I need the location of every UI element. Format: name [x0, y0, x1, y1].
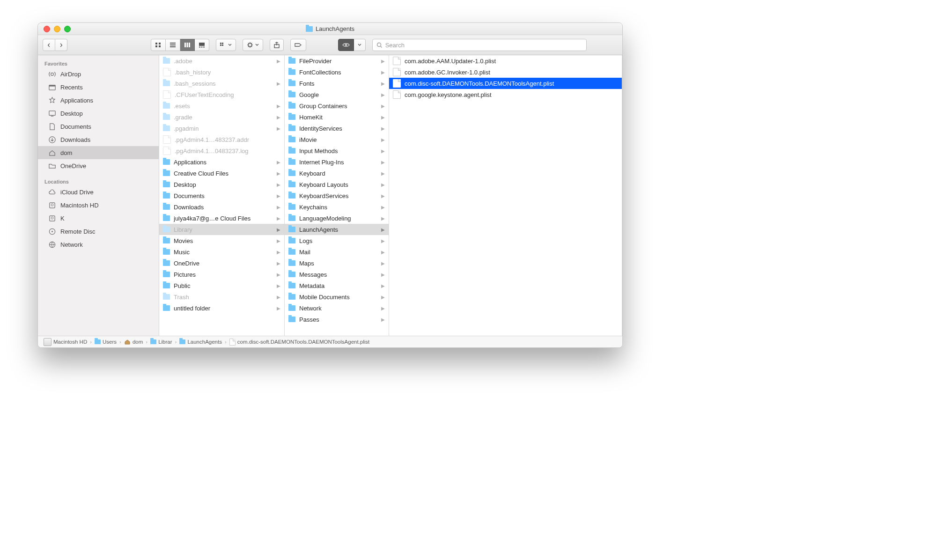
file-row[interactable]: Documents▶ [159, 190, 284, 201]
file-row[interactable]: untitled folder▶ [159, 302, 284, 314]
file-row[interactable]: .bash_sessions▶ [159, 78, 284, 89]
file-row[interactable]: Internet Plug-Ins▶ [285, 156, 389, 168]
path-segment[interactable]: com.disc-soft.DAEMONTools.DAEMONToolsAge… [229, 339, 369, 346]
sidebar-item[interactable]: Macintosh HD [38, 199, 159, 212]
file-row[interactable]: Keyboard Layouts▶ [285, 179, 389, 190]
file-label: LanguageModeling [299, 215, 377, 222]
file-row[interactable]: julya4ka7@g…e Cloud Files▶ [159, 213, 284, 224]
file-row[interactable]: .bash_history [159, 66, 284, 78]
hdd-icon [48, 214, 56, 222]
preview-menu-button[interactable] [354, 39, 366, 51]
view-columns-button[interactable] [180, 39, 195, 51]
sidebar-item[interactable]: OneDrive [38, 159, 159, 172]
file-row[interactable]: .pgAdmin4.1…483237.addr [159, 134, 284, 145]
file-row[interactable]: Group Containers▶ [285, 100, 389, 111]
file-row[interactable]: Public▶ [159, 280, 284, 291]
arrange-button[interactable] [216, 39, 236, 51]
tags-button[interactable] [290, 39, 306, 51]
file-row[interactable]: OneDrive▶ [159, 258, 284, 269]
sidebar-item[interactable]: iCloud Drive [38, 185, 159, 199]
file-row[interactable]: Network▶ [285, 302, 389, 314]
path-segment[interactable]: Macintosh HD [44, 338, 87, 346]
sidebar-item[interactable]: K [38, 212, 159, 225]
file-row[interactable]: Metadata▶ [285, 280, 389, 291]
file-row[interactable]: Library▶ [159, 224, 284, 235]
sidebar-item[interactable]: Applications [38, 94, 159, 107]
file-row[interactable]: Mail▶ [285, 246, 389, 258]
file-row[interactable]: Fonts▶ [285, 78, 389, 89]
back-button[interactable] [43, 39, 55, 51]
file-row[interactable]: .esets▶ [159, 100, 284, 111]
view-gallery-button[interactable] [195, 39, 209, 51]
file-row[interactable]: Logs▶ [285, 235, 389, 246]
file-row[interactable]: FontCollections▶ [285, 66, 389, 78]
sidebar-item[interactable]: dom [38, 146, 159, 159]
file-row[interactable]: com.disc-soft.DAEMONTools.DAEMONToolsAge… [389, 78, 622, 89]
close-icon[interactable] [44, 26, 50, 32]
share-button[interactable] [270, 39, 284, 51]
file-row[interactable]: LaunchAgents▶ [285, 224, 389, 235]
file-row[interactable]: com.google.keystone.agent.plist [389, 89, 622, 100]
view-list-button[interactable] [166, 39, 180, 51]
file-row[interactable]: HomeKit▶ [285, 111, 389, 123]
file-row[interactable]: Downloads▶ [159, 201, 284, 213]
svg-point-18 [249, 44, 252, 47]
action-button[interactable] [243, 39, 263, 51]
file-row[interactable]: Maps▶ [285, 258, 389, 269]
path-label: com.disc-soft.DAEMONTools.DAEMONToolsAge… [237, 339, 369, 345]
sidebar-item[interactable]: AirDrop [38, 67, 159, 81]
sidebar-item[interactable]: Network [38, 238, 159, 251]
sidebar-item[interactable]: Desktop [38, 107, 159, 120]
folder-icon [163, 249, 170, 255]
path-segment[interactable]: Librar [150, 339, 172, 345]
file-row[interactable]: IdentityServices▶ [285, 123, 389, 134]
minimize-icon[interactable] [54, 26, 60, 32]
file-row[interactable]: Desktop▶ [159, 179, 284, 190]
file-row[interactable]: Passes▶ [285, 314, 389, 325]
file-row[interactable]: .pgadmin▶ [159, 123, 284, 134]
file-row[interactable]: com.adobe.AAM.Updater-1.0.plist [389, 55, 622, 66]
home-icon [48, 149, 56, 157]
file-row[interactable]: Trash▶ [159, 291, 284, 302]
sidebar-item-label: Remote Disc [60, 228, 95, 235]
path-segment[interactable]: LaunchAgents [179, 339, 222, 345]
file-row[interactable]: .pgAdmin4.1…0483237.log [159, 145, 284, 156]
file-row[interactable]: KeyboardServices▶ [285, 190, 389, 201]
file-row[interactable]: .adobe▶ [159, 55, 284, 66]
sidebar-item[interactable]: Recents [38, 81, 159, 94]
path-segment[interactable]: dom [124, 339, 143, 345]
file-row[interactable]: Pictures▶ [159, 269, 284, 280]
file-row[interactable]: Music▶ [159, 246, 284, 258]
sidebar: Favorites AirDropRecentsApplicationsDesk… [38, 55, 159, 336]
zoom-icon[interactable] [64, 26, 71, 32]
view-icons-button[interactable] [151, 39, 166, 51]
file-row[interactable]: FileProvider▶ [285, 55, 389, 66]
file-row[interactable]: Keychains▶ [285, 201, 389, 213]
file-row[interactable]: Google▶ [285, 89, 389, 100]
file-row[interactable]: Applications▶ [159, 156, 284, 168]
sidebar-item[interactable]: Downloads [38, 133, 159, 146]
sidebar-item[interactable]: Remote Disc [38, 225, 159, 238]
file-row[interactable]: .CFUserTextEncoding [159, 89, 284, 100]
file-row[interactable]: iMovie▶ [285, 134, 389, 145]
file-row[interactable]: Messages▶ [285, 269, 389, 280]
folder-icon [306, 26, 313, 32]
path-segment[interactable]: Users [95, 339, 117, 345]
file-label: .bash_history [175, 69, 281, 76]
file-row[interactable]: Keyboard▶ [285, 168, 389, 179]
titlebar: LaunchAgents [38, 23, 622, 35]
sidebar-heading-locations: Locations [38, 176, 159, 185]
sidebar-item[interactable]: Documents [38, 120, 159, 133]
file-row[interactable]: LanguageModeling▶ [285, 213, 389, 224]
file-row[interactable]: Input Methods▶ [285, 145, 389, 156]
preview-button[interactable] [338, 39, 354, 51]
window-title-text: LaunchAgents [316, 25, 354, 32]
forward-button[interactable] [55, 39, 67, 51]
file-row[interactable]: Mobile Documents▶ [285, 291, 389, 302]
search-input[interactable]: Search [372, 39, 587, 51]
file-row[interactable]: Movies▶ [159, 235, 284, 246]
file-row[interactable]: com.adobe.GC.Invoker-1.0.plist [389, 66, 622, 78]
file-row[interactable]: Creative Cloud Files▶ [159, 168, 284, 179]
chevron-right-icon: ▶ [381, 250, 386, 255]
file-row[interactable]: .gradle▶ [159, 111, 284, 123]
